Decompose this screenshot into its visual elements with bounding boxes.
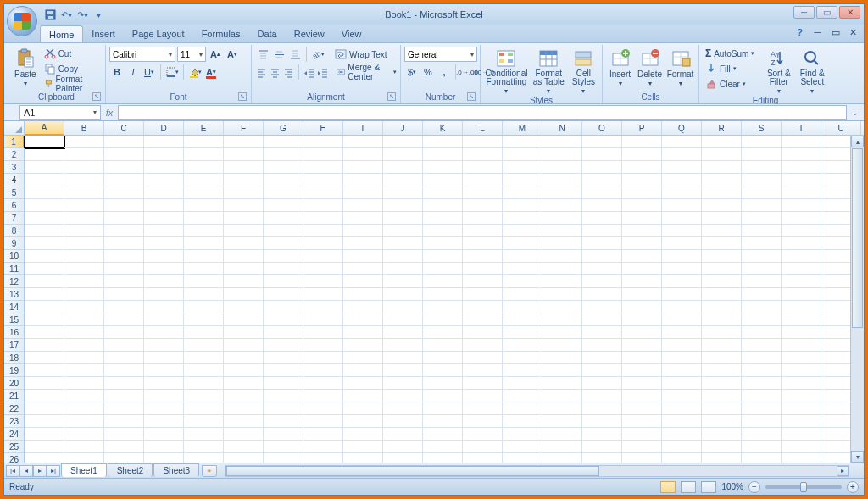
cell[interactable] (104, 301, 144, 313)
cell[interactable] (383, 186, 423, 199)
cell[interactable] (383, 402, 423, 415)
cell[interactable] (463, 326, 503, 339)
cell[interactable] (224, 161, 264, 174)
cell[interactable] (542, 377, 582, 390)
cell[interactable] (582, 288, 622, 301)
cell[interactable] (463, 148, 503, 161)
cell[interactable] (702, 402, 742, 415)
cell[interactable] (423, 263, 463, 275)
cell[interactable] (184, 263, 224, 275)
cell[interactable] (423, 250, 463, 263)
clear-button[interactable]: Clear▾ (703, 77, 761, 91)
select-all-button[interactable] (4, 121, 25, 135)
cell[interactable] (423, 377, 463, 390)
column-header[interactable]: J (383, 121, 423, 135)
cell[interactable] (542, 225, 582, 237)
cell[interactable] (782, 402, 821, 415)
cell[interactable] (742, 199, 782, 212)
cell[interactable] (184, 225, 224, 237)
cell[interactable] (64, 352, 104, 364)
cell[interactable] (503, 225, 542, 237)
cell[interactable] (622, 148, 662, 161)
cell[interactable] (622, 237, 662, 250)
close-button[interactable]: ✕ (839, 6, 860, 19)
cell[interactable] (782, 199, 821, 212)
cell[interactable] (423, 441, 463, 453)
new-sheet-icon[interactable]: ✦ (202, 465, 217, 477)
shrink-font-icon[interactable]: A▾ (225, 47, 240, 62)
cell[interactable] (25, 225, 64, 237)
qat-customize-icon[interactable]: ▾ (92, 8, 105, 21)
cell[interactable] (64, 174, 104, 186)
cell[interactable] (622, 174, 662, 186)
number-launcher[interactable]: ⤡ (467, 92, 476, 101)
cell[interactable] (224, 275, 264, 288)
row-header[interactable]: 21 (4, 390, 25, 402)
cell[interactable] (782, 161, 821, 174)
cell[interactable] (64, 441, 104, 453)
cell[interactable] (662, 301, 702, 313)
cell[interactable] (542, 428, 582, 441)
cell[interactable] (582, 453, 622, 463)
cell[interactable] (662, 326, 702, 339)
cell[interactable] (64, 225, 104, 237)
cell[interactable] (423, 174, 463, 186)
cell[interactable] (542, 212, 582, 225)
format-cells-button[interactable]: Format▾ (665, 47, 695, 87)
cell[interactable] (702, 148, 742, 161)
cell[interactable] (104, 441, 144, 453)
cell[interactable] (423, 275, 463, 288)
cell[interactable] (25, 313, 64, 326)
cell[interactable] (503, 428, 542, 441)
fill-color-icon[interactable]: ▾ (187, 64, 203, 80)
cell[interactable] (184, 186, 224, 199)
row-header[interactable]: 1 (4, 136, 25, 148)
cell[interactable] (264, 301, 303, 313)
cell[interactable] (742, 161, 782, 174)
cell[interactable] (104, 415, 144, 428)
zoom-level[interactable]: 100% (721, 482, 743, 491)
cell[interactable] (542, 136, 582, 148)
align-middle-icon[interactable] (271, 47, 287, 62)
cell[interactable] (264, 364, 303, 377)
cell[interactable] (662, 339, 702, 352)
cell[interactable] (104, 428, 144, 441)
row-header[interactable]: 14 (4, 301, 25, 313)
cell[interactable] (582, 212, 622, 225)
cell[interactable] (542, 352, 582, 364)
cell[interactable] (383, 453, 423, 463)
sort-filter-button[interactable]: AZ Sort & Filter▾ (763, 47, 794, 95)
cell[interactable] (343, 377, 383, 390)
cell[interactable] (503, 275, 542, 288)
cell[interactable] (144, 441, 184, 453)
cell[interactable] (742, 453, 782, 463)
cell[interactable] (423, 390, 463, 402)
cell[interactable] (104, 174, 144, 186)
cell[interactable] (264, 453, 303, 463)
cell[interactable] (303, 364, 343, 377)
cell[interactable] (303, 225, 343, 237)
cell[interactable] (144, 212, 184, 225)
cell[interactable] (742, 275, 782, 288)
cell[interactable] (104, 250, 144, 263)
cell[interactable] (503, 313, 542, 326)
cell[interactable] (343, 339, 383, 352)
cell[interactable] (542, 199, 582, 212)
cell[interactable] (503, 453, 542, 463)
align-bottom-icon[interactable] (287, 47, 303, 62)
cell[interactable] (64, 136, 104, 148)
cell[interactable] (383, 441, 423, 453)
cell[interactable] (303, 339, 343, 352)
cell[interactable] (383, 148, 423, 161)
cell[interactable] (104, 402, 144, 415)
sheet-tab[interactable]: Sheet1 (61, 463, 107, 477)
cell[interactable] (224, 364, 264, 377)
paste-button[interactable]: Paste▾ (11, 47, 40, 87)
tab-data[interactable]: Data (248, 25, 285, 42)
cell[interactable] (662, 263, 702, 275)
cell[interactable] (622, 212, 662, 225)
column-header[interactable]: A (25, 121, 64, 136)
zoom-slider[interactable] (765, 485, 842, 489)
row-header[interactable]: 3 (4, 161, 25, 174)
font-color-icon[interactable]: A▾ (203, 64, 219, 80)
